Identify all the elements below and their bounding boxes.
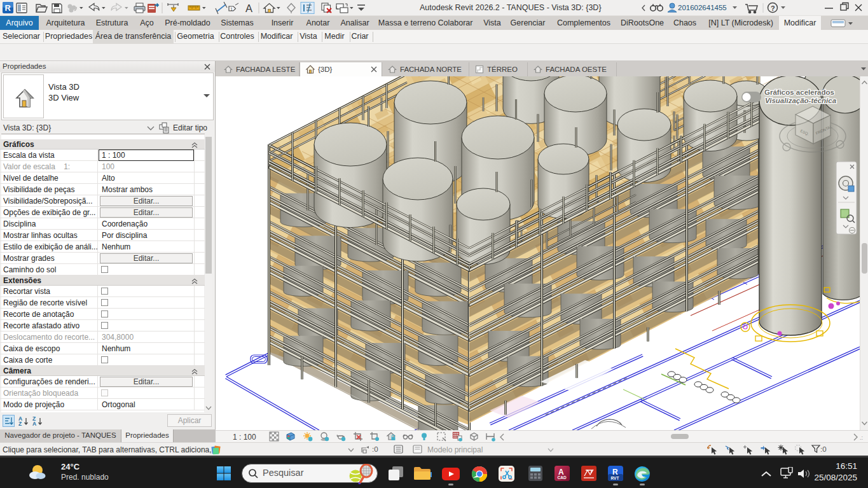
svg-text:?: ? [771, 4, 775, 12]
svg-text:Visualização-técnica: Visualização-técnica [765, 97, 837, 104]
svg-text:Gráficos acelerados: Gráficos acelerados [764, 88, 834, 96]
svg-text:R: R [5, 3, 11, 13]
svg-text:1: 1 [230, 6, 233, 12]
svg-text:A: A [245, 3, 252, 14]
svg-text:RVT: RVT [611, 476, 619, 480]
svg-text:CAD: CAD [558, 475, 567, 480]
svg-text:A: A [32, 421, 36, 427]
svg-text:Z: Z [18, 421, 22, 427]
svg-text:R: R [612, 468, 618, 477]
